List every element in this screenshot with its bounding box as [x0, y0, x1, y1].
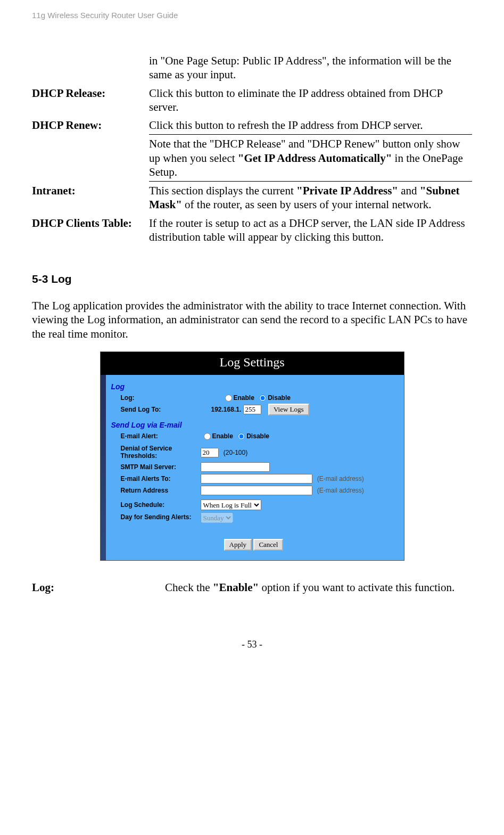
ip-prefix: 192.168.1. [211, 406, 242, 413]
section-log-label: Log [111, 382, 396, 391]
smtp-label: SMTP Mail Server: [111, 463, 201, 471]
log-desc-bold: "Enable" [213, 581, 259, 594]
dos-thresholds-input[interactable] [201, 448, 219, 457]
email-enable-radio[interactable] [204, 433, 211, 440]
dos-thresholds-label: Denial of Service Thresholds: [111, 445, 201, 460]
log-label: Log: [111, 394, 201, 402]
log-desc-post: option if you want to activate this func… [259, 581, 455, 594]
dos-hint: (20-100) [224, 449, 247, 456]
screenshot-title: Log Settings [101, 352, 404, 375]
log-desc-pre: Check the [165, 581, 213, 594]
intranet-desc: This section displays the current "Priva… [149, 182, 472, 214]
page-header: 11g Wireless Security Router User Guide [32, 11, 472, 20]
cancel-button[interactable]: Cancel [253, 539, 283, 551]
intranet-mid: and [398, 184, 420, 197]
intranet-pre: This section displays the current [149, 184, 296, 197]
send-log-to-label: Send Log To: [111, 406, 201, 413]
intranet-b1: "Private IP Address" [296, 184, 398, 197]
log-disable-radio[interactable] [259, 395, 266, 402]
post-definitions-table: Log: Check the "Enable" option if you wa… [32, 578, 472, 596]
log-radio-group: Enable Disable [222, 394, 291, 402]
return-addr-input[interactable] [201, 486, 312, 495]
intranet-term: Intranet: [32, 182, 149, 214]
note-empty-term [32, 135, 149, 182]
dhcp-release-desc: Click this button to eliminate the IP ad… [149, 84, 472, 117]
email-enable-text: Enable [212, 432, 233, 440]
section-paragraph: The Log application provides the adminis… [32, 299, 472, 341]
log-settings-screenshot: Log Settings Log Log: Enable Disable Sen… [100, 351, 404, 561]
intro-continued: in "One Page Setup: Public IP Address", … [149, 52, 472, 84]
day-sending-label: Day for Sending Alerts: [111, 514, 201, 521]
return-addr-label: Return Address [111, 487, 201, 494]
email-disable-text: Disable [246, 432, 269, 440]
dhcp-renew-desc: Click this button to refresh the IP addr… [149, 116, 472, 135]
dhcp-renew-term: DHCP Renew: [32, 116, 149, 135]
return-addr-hint: (E-mail address) [317, 487, 364, 494]
log-term: Log: [32, 578, 165, 596]
note-text: Note that the "DHCP Release" and "DHCP R… [149, 135, 472, 182]
section-heading-log: 5-3 Log [32, 273, 472, 285]
empty-term [32, 52, 149, 84]
screenshot-nav-strip [101, 375, 106, 560]
intranet-post: of the router, as seen by users of your … [182, 198, 432, 211]
dhcp-release-term: DHCP Release: [32, 84, 149, 117]
email-alert-label: E-mail Alert: [111, 432, 201, 440]
log-schedule-select[interactable]: When Log is Full [201, 500, 261, 510]
page-footer: - 53 - [32, 639, 472, 650]
definitions-table: in "One Page Setup: Public IP Address", … [32, 52, 472, 246]
log-disable-text: Disable [268, 394, 291, 402]
alerts-to-input[interactable] [201, 474, 312, 484]
smtp-input[interactable] [201, 462, 270, 472]
alerts-to-label: E-mail Alerts To: [111, 475, 201, 482]
log-enable-text: Enable [234, 394, 254, 402]
clients-desc: If the router is setup to act as a DHCP … [149, 214, 472, 247]
apply-button[interactable]: Apply [224, 539, 252, 551]
log-enable-radio[interactable] [225, 395, 232, 402]
note-bold: "Get IP Address Automatically" [238, 152, 392, 165]
email-alert-radio-group: Enable Disable [201, 432, 269, 440]
section-email-label: Send Log via E-mail [111, 421, 396, 429]
alerts-to-hint: (E-mail address) [317, 475, 364, 482]
log-desc: Check the "Enable" option if you want to… [165, 578, 472, 596]
clients-term: DHCP Clients Table: [32, 214, 149, 247]
log-schedule-label: Log Schedule: [111, 501, 201, 509]
email-disable-radio[interactable] [238, 433, 245, 440]
day-select[interactable]: Sunday [201, 512, 233, 523]
view-logs-button[interactable]: View Logs [268, 404, 309, 415]
ip-last-octet-input[interactable] [243, 405, 261, 414]
